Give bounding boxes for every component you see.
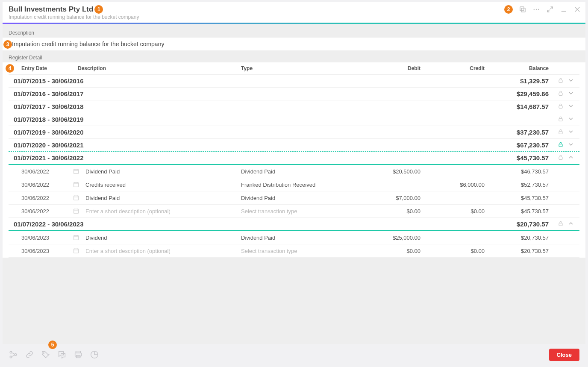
lock-icon[interactable] — [557, 103, 564, 111]
chevron-down-icon[interactable] — [567, 90, 574, 98]
svg-rect-1 — [520, 7, 524, 11]
tx-description-input[interactable]: Enter a short description (optional) — [85, 248, 241, 254]
svg-point-4 — [538, 9, 539, 10]
tx-date[interactable]: 30/06/2022 — [21, 182, 73, 188]
chevron-down-icon[interactable] — [567, 115, 574, 123]
lock-icon[interactable] — [557, 90, 564, 98]
tx-type-select[interactable]: Select transaction type — [241, 248, 352, 254]
calendar-icon[interactable] — [73, 181, 85, 188]
table-header-row: Entry Date Description Type Debit Credit… — [9, 62, 579, 75]
period-row[interactable]: 01/07/2022 - 30/06/2023 $20,730.57 — [9, 218, 579, 231]
tx-debit[interactable]: $7,000.00 — [352, 195, 420, 201]
svg-rect-17 — [74, 235, 79, 240]
svg-rect-0 — [521, 8, 525, 12]
chevron-down-icon[interactable] — [567, 141, 574, 149]
annotation-badge-5: 5 — [48, 341, 57, 349]
period-row[interactable]: 01/07/2015 - 30/06/2016 $1,329.57 — [9, 75, 579, 88]
tx-type[interactable]: Dividend Paid — [241, 235, 352, 241]
lock-icon[interactable] — [557, 115, 564, 123]
duplicate-icon[interactable] — [519, 6, 526, 13]
calendar-icon[interactable] — [73, 194, 85, 201]
chevron-up-icon[interactable] — [567, 220, 574, 228]
transaction-row[interactable]: 30/06/2023 Enter a short description (op… — [9, 244, 579, 258]
register-table: 4 Entry Date Description Type Debit Cred… — [9, 62, 579, 258]
window-header: Bull Investments Pty Ltd 1 Imputation cr… — [3, 2, 585, 23]
calendar-icon[interactable] — [73, 208, 85, 214]
tx-credit[interactable]: $6,000.00 — [420, 182, 485, 188]
tx-date[interactable]: 30/06/2022 — [21, 168, 73, 175]
tx-debit[interactable]: $0.00 — [352, 208, 420, 214]
tx-date[interactable]: 30/06/2022 — [21, 195, 73, 201]
tx-description-input[interactable]: Enter a short description (optional) — [85, 208, 241, 214]
period-row[interactable]: 01/07/2016 - 30/06/2017 $29,459.66 — [9, 88, 579, 100]
lock-icon[interactable] — [557, 128, 564, 136]
col-entry-date: Entry Date — [14, 65, 78, 71]
calendar-icon[interactable] — [73, 168, 85, 175]
svg-rect-15 — [74, 209, 79, 213]
svg-rect-14 — [74, 196, 79, 200]
chevron-down-icon[interactable] — [567, 128, 574, 136]
tag-icon[interactable] — [41, 350, 50, 359]
chevron-up-icon[interactable] — [567, 154, 574, 162]
lock-icon[interactable] — [557, 220, 564, 228]
expand-icon[interactable] — [546, 6, 554, 13]
period-row[interactable]: 01/07/2020 - 30/06/2021 $67,230.57 — [9, 139, 579, 152]
chart-icon[interactable] — [90, 350, 99, 359]
period-balance: $37,230.57 — [485, 129, 549, 136]
tx-type[interactable]: Franked Distribution Received — [241, 182, 352, 188]
tx-description[interactable]: Dividend — [85, 235, 241, 241]
links-icon[interactable] — [9, 350, 18, 359]
lock-icon[interactable] — [557, 154, 564, 162]
tx-balance: $45,730.57 — [485, 195, 549, 201]
period-row[interactable]: 01/07/2019 - 30/06/2020 $37,230.57 — [9, 126, 579, 139]
svg-point-2 — [534, 9, 535, 10]
transaction-row[interactable]: 30/06/2022 Credits received Franked Dist… — [9, 178, 579, 191]
tx-debit[interactable]: $25,000.00 — [352, 235, 420, 241]
col-description: Description — [78, 65, 241, 71]
calendar-icon[interactable] — [73, 234, 85, 241]
close-icon[interactable] — [573, 6, 581, 13]
more-icon[interactable] — [532, 6, 540, 13]
svg-point-3 — [536, 9, 537, 10]
minimize-icon[interactable] — [560, 6, 567, 13]
chevron-down-icon[interactable] — [567, 103, 574, 111]
close-button[interactable]: Close — [549, 349, 579, 361]
transaction-row[interactable]: 30/06/2023 Dividend Dividend Paid $25,00… — [9, 231, 579, 244]
annotation-badge-3: 3 — [3, 40, 12, 49]
tx-type[interactable]: Dividend Paid — [241, 168, 352, 175]
col-type: Type — [241, 65, 352, 71]
comment-icon[interactable] — [57, 350, 67, 359]
lock-icon[interactable] — [557, 77, 564, 85]
transaction-row[interactable]: 30/06/2022 Dividend Paid Dividend Paid $… — [9, 165, 579, 178]
tx-type[interactable]: Dividend Paid — [241, 195, 352, 201]
period-row[interactable]: 01/07/2018 - 30/06/2019 — [9, 113, 579, 126]
chevron-down-icon[interactable] — [567, 77, 574, 85]
calendar-icon[interactable] — [73, 247, 85, 254]
svg-point-22 — [44, 352, 44, 353]
tx-debit[interactable]: $20,500.00 — [352, 168, 420, 175]
footer-tools: 5 — [9, 350, 99, 359]
svg-rect-9 — [559, 131, 562, 134]
tx-description[interactable]: Credits received — [85, 182, 241, 188]
attachment-icon[interactable] — [25, 350, 34, 359]
period-row[interactable]: 01/07/2017 - 30/06/2018 $14,687.57 — [9, 100, 579, 113]
lock-icon[interactable] — [557, 141, 564, 149]
description-input[interactable]: Imputation credit running balance for th… — [9, 38, 579, 50]
register-detail-label: Register Detail — [3, 50, 585, 62]
period-row[interactable]: 01/07/2021 - 30/06/2022 $45,730.57 — [9, 152, 579, 165]
tx-credit[interactable]: $0.00 — [420, 208, 485, 214]
print-icon[interactable] — [74, 350, 83, 359]
transaction-row[interactable]: 30/06/2022 Dividend Paid Dividend Paid $… — [9, 191, 579, 205]
tx-credit[interactable]: $0.00 — [420, 248, 485, 254]
tx-date[interactable]: 30/06/2022 — [21, 208, 73, 214]
tx-date[interactable]: 30/06/2023 — [21, 235, 73, 241]
tx-description[interactable]: Dividend Paid — [85, 195, 241, 201]
tx-debit[interactable]: $0.00 — [352, 248, 420, 254]
transaction-row[interactable]: 30/06/2022 Enter a short description (op… — [9, 205, 579, 218]
tx-description[interactable]: Dividend Paid — [85, 168, 241, 175]
tx-type-select[interactable]: Select transaction type — [241, 208, 352, 214]
period-balance: $45,730.57 — [485, 154, 549, 161]
tx-balance: $20,730.57 — [485, 248, 549, 254]
tx-date[interactable]: 30/06/2023 — [21, 248, 73, 254]
tx-balance: $45,730.57 — [485, 208, 549, 214]
